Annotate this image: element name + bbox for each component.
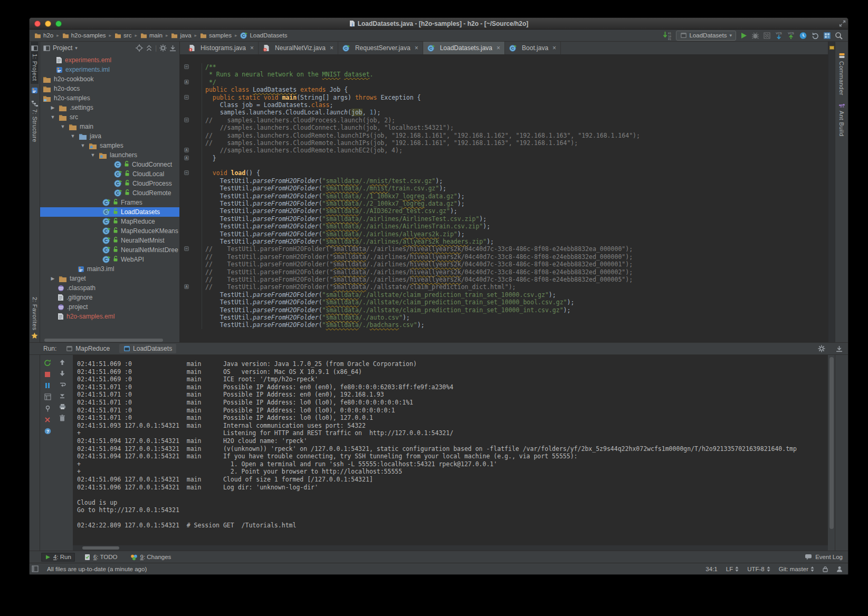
stop-button[interactable] <box>44 371 51 378</box>
editor-tab-RequestServer.java[interactable]: CRequestServer.java× <box>338 42 423 54</box>
editor-gutter[interactable] <box>180 215 202 223</box>
tree-item-src[interactable]: ▼src <box>40 112 179 122</box>
fold-marker-icon[interactable]: − <box>184 64 189 69</box>
expanded-arrow-icon[interactable]: ▼ <box>67 133 79 139</box>
tool-window-button-6: TODO[interactable]: 6: TODO <box>80 553 121 562</box>
tool-window-button-4: Run[interactable]: 4: Run <box>41 553 75 562</box>
tree-item-CloudRemote[interactable]: CCloudRemote <box>40 188 179 198</box>
console-horizontal-scrollbar[interactable] <box>73 545 828 551</box>
breadcrumb-item-samples[interactable]: samples <box>198 32 233 39</box>
editor-gutter[interactable]: − <box>180 63 202 71</box>
file-status-marker[interactable] <box>829 46 834 50</box>
tree-item-h2o-docs[interactable]: h2o-docs <box>40 84 179 93</box>
tree-item-samples[interactable]: ▼samples <box>40 141 179 150</box>
close-button[interactable] <box>44 417 51 423</box>
debug-button[interactable] <box>751 32 759 40</box>
editor-gutter[interactable] <box>180 223 202 230</box>
tree-item-NeuralNetMnistDree[interactable]: CNeuralNetMnistDree <box>40 245 179 255</box>
rollback-button[interactable] <box>811 32 819 40</box>
editor-gutter[interactable] <box>180 177 202 185</box>
editor-tab-Histograms.java[interactable]: Histograms.java× <box>184 42 259 54</box>
tree-item-MapReduce[interactable]: CMapReduce <box>40 217 179 226</box>
tree-item-experiments.iml[interactable]: experiments.iml <box>40 65 179 74</box>
close-window-button[interactable] <box>34 21 41 27</box>
history-button[interactable] <box>799 31 807 40</box>
tree-item-target[interactable]: ▶target <box>40 274 179 283</box>
tree-item-experiments.eml[interactable]: experiments.eml <box>40 55 179 65</box>
editor-gutter[interactable] <box>180 261 202 268</box>
tree-item-WebAPI[interactable]: CWebAPI <box>40 255 179 264</box>
stripe-tab-Commander[interactable]: Commander <box>838 49 846 99</box>
editor-gutter[interactable] <box>180 276 202 283</box>
help-button[interactable]: ? <box>44 428 51 435</box>
editor-gutter[interactable]: − <box>180 245 202 253</box>
resize-grip-icon[interactable] <box>839 20 846 27</box>
editor-gutter[interactable] <box>180 253 202 261</box>
process-tab-MapReduce[interactable]: MapReduce <box>62 344 114 353</box>
hide-panel-icon[interactable] <box>836 345 843 352</box>
close-tab-icon[interactable]: × <box>552 44 556 52</box>
soft-wrap-button[interactable] <box>59 381 66 388</box>
vcs-commit-button[interactable]: VCS <box>787 31 795 40</box>
tree-item-java[interactable]: ▼java <box>40 131 179 141</box>
tool-window-button-9: Changes[interactable]: 9: Changes <box>127 553 175 562</box>
toggle-stripes-icon[interactable] <box>32 565 39 572</box>
console-output[interactable]: 02:41:51.069 :0 main Java version: Java … <box>73 355 828 551</box>
project-horizontal-scrollbar[interactable] <box>40 338 179 342</box>
pin-button[interactable] <box>44 405 51 412</box>
console-vertical-scrollbar[interactable] <box>828 355 835 551</box>
run-configuration-selector[interactable]: LoadDatasets▾ <box>676 31 737 41</box>
hector-icon[interactable] <box>836 566 843 572</box>
breadcrumb-item-LoadDatasets[interactable]: CLoadDatasets <box>239 32 289 40</box>
editor-gutter[interactable]: ∧ <box>180 79 202 86</box>
gear-icon[interactable] <box>818 345 825 352</box>
clear-button[interactable] <box>59 415 65 421</box>
expanded-arrow-icon[interactable]: ▼ <box>57 124 69 129</box>
fold-marker-icon[interactable]: − <box>184 118 189 122</box>
close-tab-icon[interactable]: × <box>415 44 418 52</box>
tree-item-launchers[interactable]: ▼launchers <box>40 150 179 160</box>
chevron-down-icon[interactable]: ▾ <box>75 45 78 51</box>
close-tab-icon[interactable]: × <box>330 44 333 52</box>
hide-panel-icon[interactable] <box>169 45 176 52</box>
editor-gutter[interactable]: − <box>180 117 202 124</box>
editor-gutter[interactable] <box>180 200 202 207</box>
tree-item-.project[interactable]: .project <box>40 302 179 312</box>
editor-gutter[interactable] <box>180 207 202 215</box>
code-editor[interactable]: −/** * Runs a neural network on the MNIS… <box>180 55 828 342</box>
stripe-tab-7: Structure[interactable]: 7: Structure <box>31 97 39 146</box>
fold-marker-icon[interactable]: ∧ <box>184 148 189 152</box>
locate-icon[interactable] <box>136 44 143 52</box>
encoding-selector[interactable]: UTF-8 <box>747 566 770 572</box>
restore-layout-button[interactable] <box>44 393 51 400</box>
minimize-window-button[interactable] <box>45 21 51 27</box>
editor-gutter[interactable] <box>180 238 202 245</box>
editor-gutter[interactable]: ∧ <box>180 283 202 291</box>
expanded-arrow-icon[interactable]: ▼ <box>87 152 99 158</box>
close-tab-icon[interactable]: × <box>497 44 500 52</box>
pause-button[interactable] <box>44 382 51 389</box>
coverage-button[interactable] <box>763 32 771 40</box>
editor-gutter[interactable] <box>180 306 202 314</box>
editor-gutter[interactable] <box>180 192 202 200</box>
editor-gutter[interactable] <box>180 132 202 139</box>
editor-gutter[interactable] <box>180 124 202 131</box>
fold-marker-icon[interactable]: ∧ <box>184 156 189 160</box>
editor-gutter[interactable] <box>180 162 202 169</box>
tree-item-CloudConnect[interactable]: CCloudConnect <box>40 160 179 169</box>
fold-marker-icon[interactable]: − <box>184 170 189 175</box>
tree-item-Frames[interactable]: CFrames <box>40 198 179 207</box>
tree-item-h2o-cookbook[interactable]: h2o-cookbook <box>40 74 179 84</box>
tree-item-CloudLocal[interactable]: CCloudLocal <box>40 169 179 179</box>
expanded-arrow-icon[interactable]: ▼ <box>77 143 89 148</box>
gear-icon[interactable] <box>159 44 167 52</box>
tree-item-NeuralNetMnist[interactable]: CNeuralNetMnist <box>40 236 179 245</box>
editor-gutter[interactable] <box>180 291 202 299</box>
expanded-arrow-icon[interactable]: ▼ <box>47 114 59 120</box>
fold-marker-icon[interactable]: − <box>184 95 189 100</box>
editor-gutter[interactable]: − <box>180 94 202 101</box>
line-separator-selector[interactable]: LF <box>726 566 739 572</box>
fold-marker-icon[interactable]: ∧ <box>184 284 189 289</box>
tree-item-main[interactable]: ▼main <box>40 122 179 131</box>
tree-item-h2o-samples[interactable]: h2o-samples <box>40 93 179 103</box>
